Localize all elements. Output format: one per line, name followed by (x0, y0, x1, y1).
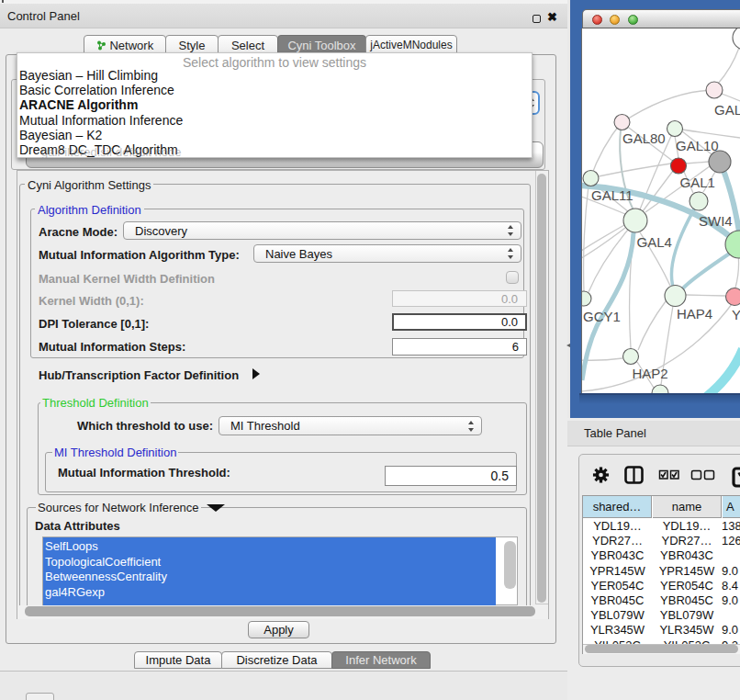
svg-text:GCY1: GCY1 (583, 309, 621, 324)
svg-text:GAL1: GAL1 (680, 175, 715, 190)
svg-text:YJ: YJ (732, 307, 740, 322)
svg-text:SWI4: SWI4 (699, 213, 733, 229)
svg-text:GAL4: GAL4 (637, 234, 672, 250)
svg-text:HAP4: HAP4 (677, 306, 712, 322)
svg-text:GAL80: GAL80 (622, 130, 666, 146)
svg-text:GAL2: GAL2 (714, 102, 740, 118)
svg-text:GAL11: GAL11 (591, 187, 633, 203)
svg-text:HAP2: HAP2 (633, 366, 668, 381)
svg-text:GAL10: GAL10 (676, 138, 719, 153)
